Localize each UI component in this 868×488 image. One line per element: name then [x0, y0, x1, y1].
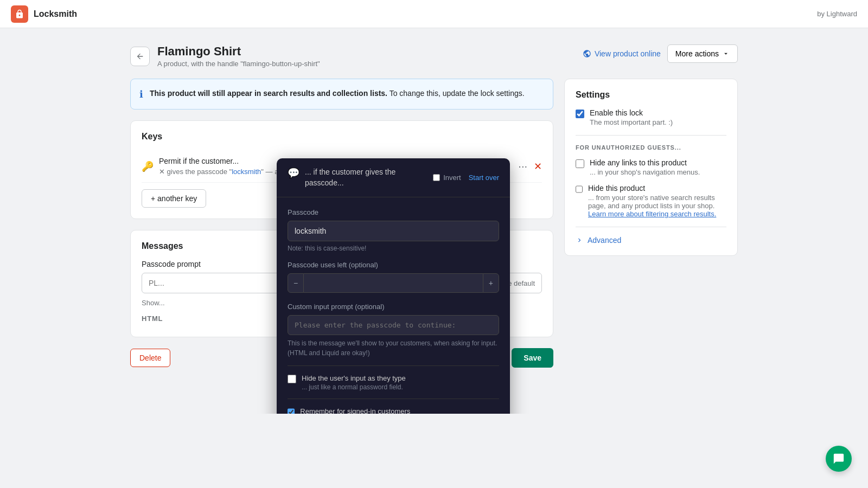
enable-lock-row: Enable this lock The most important part… [576, 108, 726, 126]
hide-product-row: Hide this product ... from your store's … [576, 184, 726, 218]
hide-input-checkbox[interactable] [288, 375, 296, 383]
back-button[interactable] [130, 47, 150, 66]
start-over-button[interactable]: Start over [469, 174, 499, 182]
stepper-input[interactable] [304, 273, 483, 293]
enable-lock-checkbox[interactable] [576, 110, 584, 118]
app-title: Locksmith [34, 9, 77, 19]
popup-body: Passcode Note: this is case-sensitive! P… [277, 197, 510, 414]
popup-prompt-label: Custom input prompt (optional) [288, 303, 499, 311]
view-online-link[interactable]: View product online [583, 49, 661, 58]
advanced-label: Advanced [588, 236, 621, 245]
enable-lock-label: Enable this lock [590, 108, 643, 117]
settings-card: Settings Enable this lock The most impor… [564, 79, 738, 256]
hide-product-desc: ... from your store's native search resu… [588, 194, 726, 218]
right-column: Settings Enable this lock The most impor… [564, 79, 738, 368]
hide-product-desc-text: ... from your store's native search resu… [588, 194, 715, 210]
topbar-by: by Lightward [817, 10, 857, 18]
hide-product-checkbox[interactable] [576, 185, 583, 194]
popup-stepper: − + [288, 273, 499, 293]
popup-prompt-input[interactable] [288, 315, 499, 335]
invert-label[interactable]: Invert [433, 174, 461, 182]
prompt-section: Custom input prompt (optional) This is t… [288, 303, 499, 358]
page-title: Flamingo Shirt [157, 44, 320, 59]
page-header-left: Flamingo Shirt A product, with the handl… [130, 44, 320, 68]
hide-product-label: Hide this product [588, 184, 645, 192]
enable-lock-info: Enable this lock The most important part… [590, 108, 673, 126]
popup-header-actions: Invert Start over [433, 174, 499, 182]
hide-links-row: Hide any links to this product ... in yo… [576, 158, 726, 176]
more-actions-label: More actions [675, 49, 719, 58]
popup-header-text-block: 💬 ... if the customer gives the passcode… [288, 167, 433, 188]
topbar: Locksmith by Lightward [0, 0, 868, 28]
popup-passcode-label: Passcode [288, 208, 499, 216]
advanced-toggle[interactable]: Advanced [576, 236, 726, 245]
popup-header: 💬 ... if the customer gives the passcode… [277, 158, 510, 197]
view-online-label: View product online [595, 49, 661, 58]
more-actions-button[interactable]: More actions [667, 44, 738, 63]
settings-title: Settings [576, 90, 726, 100]
invert-checkbox[interactable] [433, 174, 440, 181]
popup-prompt-help: This is the message we'll show to your c… [288, 338, 499, 358]
for-unauthorized-label: FOR UNAUTHORIZED GUESTS... [576, 144, 726, 151]
info-plain: To change this, update the lock settings… [390, 89, 525, 98]
passcode-popup: 💬 ... if the customer gives the passcode… [277, 158, 510, 414]
stepper-plus[interactable]: + [483, 273, 499, 293]
hide-input-info: Hide the user's input as they type ... j… [302, 374, 406, 391]
popup-passcode-input[interactable] [288, 221, 499, 241]
popup-uses-label: Passcode uses left (optional) [288, 261, 499, 269]
key-actions: ··· ✕ [516, 158, 542, 175]
info-text: This product will still appear in search… [150, 88, 525, 99]
hide-links-checkbox[interactable] [576, 159, 584, 168]
info-icon: ℹ [139, 88, 143, 100]
app-icon [11, 5, 28, 23]
popup-case-note: Note: this is case-sensitive! [288, 245, 499, 252]
popup-title: ... if the customer gives the passcode..… [305, 167, 433, 188]
key-remove-button[interactable]: ✕ [534, 160, 542, 172]
page-subtitle: A product, with the handle "flamingo-but… [157, 60, 320, 68]
page-content: Flamingo Shirt A product, with the handl… [108, 28, 760, 384]
popup-bubble-icon: 💬 [288, 167, 299, 179]
hide-input-desc: ... just like a normal password field. [302, 383, 406, 391]
remember-label: Remember for signed-in customers [300, 407, 410, 414]
hide-input-row: Hide the user's input as they type ... j… [288, 374, 499, 391]
remember-info: Remember for signed-in customers If the … [300, 407, 499, 414]
hide-product-info: Hide this product ... from your store's … [588, 184, 726, 218]
add-key-button[interactable]: + another key [142, 189, 206, 208]
info-banner: ℹ This product will still appear in sear… [130, 79, 553, 110]
remember-checkbox[interactable] [288, 408, 295, 414]
filtering-link[interactable]: Learn more about filtering search result… [588, 210, 716, 218]
hide-links-desc: ... in your shop's navigation menus. [590, 168, 700, 176]
hide-links-info: Hide any links to this product ... in yo… [590, 158, 700, 176]
invert-text: Invert [443, 174, 461, 182]
page-title-block: Flamingo Shirt A product, with the handl… [157, 44, 320, 68]
key-sub-prefix: ✕ gives the passcode " [159, 168, 232, 176]
enable-lock-desc: The most important part. :) [590, 118, 673, 126]
delete-button[interactable]: Delete [130, 349, 170, 367]
key-passcode: locksmith [232, 168, 261, 176]
keys-title: Keys [142, 132, 542, 142]
save-button[interactable]: Save [512, 348, 553, 368]
info-bold: This product will still appear in search… [150, 89, 387, 98]
stepper-minus[interactable]: − [288, 273, 304, 293]
key-options-button[interactable]: ··· [516, 158, 529, 175]
key-icon: 🔑 [142, 160, 154, 172]
page-header: Flamingo Shirt A product, with the handl… [130, 44, 738, 68]
hide-links-label: Hide any links to this product [590, 158, 687, 167]
hide-input-label: Hide the user's input as they type [302, 374, 406, 382]
topbar-left: Locksmith [11, 5, 77, 23]
remember-row: Remember for signed-in customers If the … [288, 407, 499, 414]
page-header-right: View product online More actions [583, 44, 738, 63]
